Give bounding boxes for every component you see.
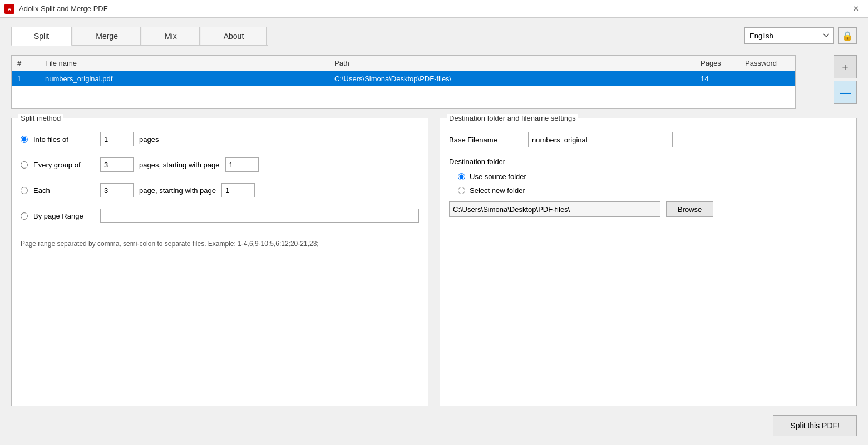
split-method-title: Split method (18, 114, 63, 122)
cell-filename: numbers_original.pdf (40, 71, 329, 87)
hint-text: Page range separated by comma, semi-colo… (21, 239, 419, 249)
every-group-value[interactable] (100, 157, 134, 172)
col-header-pages: Pages (695, 56, 739, 71)
table-side-buttons: ＋ — (834, 55, 857, 104)
title-bar: A Adolix Split and Merge PDF — □ ✕ (0, 0, 868, 18)
each-start[interactable] (221, 183, 255, 197)
destination-title: Destination folder and filename settings (447, 114, 578, 122)
tab-mix[interactable]: Mix (142, 27, 200, 45)
cell-pages: 14 (695, 71, 739, 87)
lock-button[interactable]: 🔒 (838, 27, 857, 44)
tab-split[interactable]: Split (11, 27, 72, 46)
split-pdf-button[interactable]: Split this PDF! (773, 415, 857, 436)
top-bar-right: English French German Spanish 🔒 (744, 27, 857, 44)
add-icon: ＋ (840, 60, 850, 73)
label-use-source[interactable]: Use source folder (470, 172, 526, 181)
base-filename-input[interactable] (528, 132, 673, 147)
page-range-input[interactable] (100, 209, 419, 223)
table-row[interactable]: 1 numbers_original.pdf C:\Users\Simona\D… (12, 71, 795, 87)
option-page-range-row: By page Range (21, 209, 419, 223)
col-header-password: Password (739, 56, 795, 71)
option-each-row: Each page, starting with page (21, 183, 419, 197)
use-source-row: Use source folder (458, 172, 847, 181)
cell-num: 1 (12, 71, 40, 87)
tab-merge[interactable]: Merge (73, 27, 141, 45)
each-suffix: page, starting with page (139, 186, 216, 195)
tab-bar: Split Merge Mix About (11, 27, 268, 46)
option-into-files-row: Into files of pages (21, 132, 419, 146)
app-icon: A (4, 4, 14, 14)
base-filename-row: Base Filename (449, 132, 847, 147)
minus-icon: — (840, 86, 851, 99)
table-header-row: # File name Path Pages Password (12, 56, 795, 71)
every-group-suffix: pages, starting with page (139, 161, 220, 169)
destination-panel: Destination folder and filename settings… (440, 118, 857, 406)
into-files-suffix: pages (139, 135, 159, 144)
title-bar-left: A Adolix Split and Merge PDF (4, 4, 108, 14)
minimize-button[interactable]: — (815, 3, 830, 15)
label-every-group[interactable]: Every group of (33, 161, 95, 169)
radio-each[interactable] (21, 187, 28, 194)
bottom-row: Split this PDF! (11, 415, 857, 436)
col-header-num: # (12, 56, 40, 71)
destination-content: Base Filename Destination folder Use sou… (449, 132, 847, 217)
each-value[interactable] (100, 183, 134, 197)
radio-page-range[interactable] (21, 212, 28, 220)
radio-into-files[interactable] (21, 136, 28, 143)
main-content: Split Merge Mix About English French Ger… (0, 18, 868, 445)
destination-folder-section: Destination folder Use source folder Sel… (449, 157, 847, 217)
radio-select-new[interactable] (458, 187, 465, 194)
tab-about[interactable]: About (201, 27, 267, 45)
svg-text:A: A (8, 7, 12, 12)
lock-icon: 🔒 (842, 31, 853, 41)
add-file-button[interactable]: ＋ (834, 55, 857, 78)
file-table-area: # File name Path Pages Password 1 number… (11, 55, 857, 109)
close-button[interactable]: ✕ (848, 3, 864, 15)
destination-folder-label: Destination folder (449, 157, 847, 166)
app-title: Adolix Split and Merge PDF (19, 4, 108, 13)
label-select-new[interactable]: Select new folder (470, 186, 525, 195)
every-group-start[interactable] (225, 157, 259, 172)
label-into-files[interactable]: Into files of (33, 135, 95, 144)
radio-every-group[interactable] (21, 161, 28, 169)
folder-path-input[interactable] (449, 201, 660, 217)
folder-radio-group: Use source folder Select new folder (449, 172, 847, 195)
browse-button[interactable]: Browse (666, 201, 713, 217)
split-method-content: Into files of pages Every group of pages… (21, 132, 419, 249)
title-controls: — □ ✕ (815, 3, 864, 15)
radio-use-source[interactable] (458, 173, 465, 180)
file-table: # File name Path Pages Password 1 number… (12, 56, 795, 108)
file-table-container: # File name Path Pages Password 1 number… (11, 55, 796, 109)
label-page-range[interactable]: By page Range (33, 212, 95, 220)
into-files-value[interactable] (100, 132, 134, 146)
split-method-panel: Split method Into files of pages Every g… (11, 118, 428, 406)
cell-path: C:\Users\Simona\Desktop\PDF-files\ (329, 71, 695, 87)
language-select[interactable]: English French German Spanish (744, 27, 834, 44)
remove-file-button[interactable]: — (834, 81, 857, 104)
bottom-panels: Split method Into files of pages Every g… (11, 118, 857, 406)
option-every-group-row: Every group of pages, starting with page (21, 157, 419, 172)
select-new-row: Select new folder (458, 186, 847, 195)
maximize-button[interactable]: □ (831, 3, 847, 15)
col-header-path: Path (329, 56, 695, 71)
folder-path-row: Browse (449, 201, 847, 217)
cell-password (739, 71, 795, 87)
base-filename-label: Base Filename (449, 136, 521, 144)
col-header-name: File name (40, 56, 329, 71)
empty-row (12, 86, 795, 108)
app-window: A Adolix Split and Merge PDF — □ ✕ Split… (0, 0, 868, 445)
label-each[interactable]: Each (33, 186, 95, 195)
top-bar: Split Merge Mix About English French Ger… (11, 27, 857, 46)
